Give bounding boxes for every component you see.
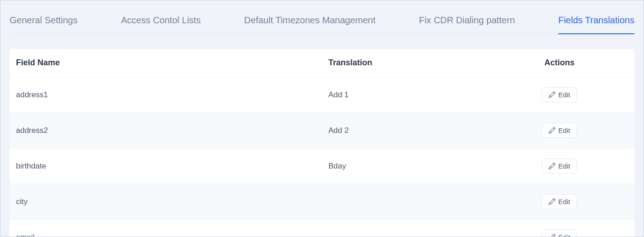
table-row: address1 Add 1 Edit — [10, 77, 634, 113]
settings-panel: General Settings Access Contol Lists Def… — [0, 0, 644, 237]
cell-field-name: address2 — [10, 113, 322, 148]
header-translation: Translation — [322, 49, 485, 77]
edit-button[interactable]: Edit — [542, 230, 577, 237]
cell-actions: Edit — [484, 113, 634, 148]
edit-icon — [549, 127, 555, 134]
edit-icon — [549, 163, 555, 169]
cell-actions: Edit — [484, 77, 634, 113]
cell-actions: Edit — [484, 220, 634, 237]
cell-field-name: birthdate — [10, 148, 322, 184]
tab-general-settings[interactable]: General Settings — [10, 15, 78, 34]
edit-button-label: Edit — [558, 198, 570, 205]
header-field-name: Field Name — [10, 49, 322, 77]
cell-field-name: city — [10, 184, 322, 220]
edit-button[interactable]: Edit — [542, 123, 577, 138]
cell-field-name: email — [10, 220, 322, 237]
edit-button[interactable]: Edit — [542, 158, 577, 174]
table-row: city Edit — [10, 184, 634, 220]
cell-translation: Add 1 — [322, 77, 485, 113]
table-row: birthdate Bday Edit — [10, 148, 634, 184]
tab-fix-cdr-dialing[interactable]: Fix CDR Dialing pattern — [419, 15, 515, 34]
cell-translation — [322, 184, 485, 220]
edit-button-label: Edit — [558, 126, 570, 134]
edit-button-label: Edit — [558, 233, 570, 237]
cell-translation: Bday — [322, 148, 485, 184]
tab-access-control-lists[interactable]: Access Contol Lists — [121, 15, 201, 34]
edit-button[interactable]: Edit — [542, 194, 577, 209]
cell-field-name: address1 — [10, 77, 322, 113]
cell-translation — [322, 220, 485, 237]
edit-button-label: Edit — [558, 162, 570, 170]
table-row: email Edit — [10, 220, 634, 237]
translations-table: Field Name Translation Actions address1 … — [10, 49, 634, 237]
cell-translation: Add 2 — [322, 113, 485, 148]
tabs-nav: General Settings Access Contol Lists Def… — [10, 0, 634, 34]
tab-fields-translations[interactable]: Fields Translations — [558, 15, 634, 34]
edit-icon — [549, 198, 555, 205]
table-header-row: Field Name Translation Actions — [10, 49, 634, 77]
cell-actions: Edit — [484, 184, 634, 220]
tab-default-timezones[interactable]: Default Timezones Management — [244, 15, 376, 34]
cell-actions: Edit — [484, 148, 634, 184]
edit-icon — [549, 91, 555, 98]
header-actions: Actions — [484, 49, 634, 77]
edit-button[interactable]: Edit — [542, 87, 577, 102]
translations-table-wrapper: Field Name Translation Actions address1 … — [10, 49, 634, 237]
edit-icon — [549, 234, 555, 237]
table-row: address2 Add 2 Edit — [10, 113, 634, 148]
edit-button-label: Edit — [558, 91, 570, 99]
